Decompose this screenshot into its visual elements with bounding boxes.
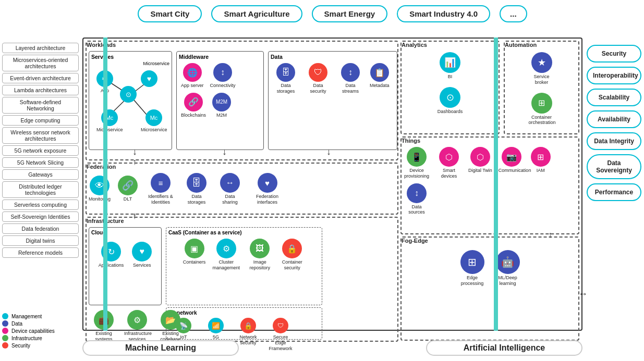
legend-dot-data <box>2 320 8 327</box>
auto-service-broker: ★ Service broker <box>507 52 576 85</box>
legend-dot-security <box>2 342 8 348</box>
left-item-4[interactable]: Software-defined Networking <box>2 97 79 114</box>
tab-smart-industry[interactable]: Smart Industry 4.0 <box>397 5 490 22</box>
left-item-12[interactable]: Self-Sovereign Identities <box>2 211 79 222</box>
left-item-6[interactable]: Wireless sensor network architectures <box>2 127 79 144</box>
top-tabs-container: Smart City Smart Agriculture Smart Energ… <box>83 0 581 26</box>
federation-section: Federation 👁 Monitoring 🔗 DLT ≡ Identifi… <box>86 163 398 215</box>
things-iam-label: IAM <box>537 168 545 173</box>
teal-bar-left <box>103 38 107 331</box>
things-digital-twin-icon: ⬡ <box>470 147 490 167</box>
left-item-14[interactable]: Digital twins <box>2 235 79 246</box>
fiveg-box: 5G network 📡 IoT Gateways 📶 5G capabilit… <box>166 307 322 340</box>
analytics-dashboard: ⊙ Dashboards <box>404 87 496 115</box>
legend-dot-infra <box>2 335 8 341</box>
analytics-label: Analytics <box>402 42 499 48</box>
data-box: Data 🗄 Data storages 🛡 Data security ↕ D… <box>268 51 397 150</box>
right-item-scalability: Scalability <box>587 89 641 106</box>
left-sidebar: Layered architecture Microservices-orien… <box>0 41 81 260</box>
cloud-services: ♥ Services <box>132 242 152 268</box>
fed-sharing-icon: ↔ <box>220 173 240 193</box>
caas-image-icon: 🖼 <box>250 239 270 258</box>
things-data-sources-label: Data sources <box>404 204 430 216</box>
things-communication: 📷 Communication <box>499 147 525 179</box>
data-metadata-icon: 📋 <box>370 63 389 82</box>
things-section: Things 📱 Device provisioning ⬡ Smart dev… <box>400 136 579 234</box>
arrow-workloads-down2: ↓ <box>222 146 227 157</box>
tab-smart-energy[interactable]: Smart Energy <box>312 5 388 22</box>
cloud-services-icon: ♥ <box>132 242 152 262</box>
data-streams-icon: ↕ <box>341 63 360 82</box>
left-item-3[interactable]: Lambda architectures <box>2 85 79 95</box>
infra-services: ⚙ Infrastructure services <box>124 310 150 342</box>
things-smart-devices-icon: ⬡ <box>439 147 459 167</box>
things-data-sources: ↕ Data sources <box>404 183 430 216</box>
ms-br-icon-group: Mc Microservice <box>141 109 167 133</box>
right-item-availability: Availability <box>587 110 641 128</box>
right-item-security: Security <box>587 45 641 63</box>
ms-bl-label: Microservice <box>96 127 123 133</box>
left-item-5[interactable]: Edge computing <box>2 115 79 126</box>
fog-ml-dl-icon: 🤖 <box>496 250 520 274</box>
fed-sharing-label: Data sharing <box>217 194 243 205</box>
arrow-fed-up: ↑ <box>132 157 137 167</box>
things-label: Things <box>402 138 578 144</box>
ms-heart-icon: ♥ <box>141 70 157 87</box>
left-item-11[interactable]: Serverless computing <box>2 200 79 210</box>
left-item-1[interactable]: Microservices-oriented architectures <box>2 55 79 71</box>
fed-data-storages-icon: 🗄 <box>187 173 206 193</box>
left-item-0[interactable]: Layered architecture <box>2 43 79 53</box>
legend: Management Data Device capabilities Infr… <box>2 313 80 350</box>
caas-containers-icon: ▣ <box>185 239 204 258</box>
auto-container-orch-icon: ⊞ <box>531 93 552 114</box>
fiveg-sef-icon: 🛡 <box>273 318 288 333</box>
middleware-box: Middleware 🌐 App server ↕ Connectivity 🔗… <box>176 51 264 150</box>
fog-ml-dl: 🤖 ML/Deep learning <box>495 250 521 287</box>
left-item-13[interactable]: Data federation <box>2 223 79 234</box>
automation-label: Automation <box>505 42 578 48</box>
fog-edge-processing: ⊞ Edge processing <box>459 250 485 287</box>
things-smart-devices-label: Smart devices <box>436 168 462 179</box>
left-item-9[interactable]: Gateways <box>2 169 79 180</box>
legend-label-infra: Infrastructure <box>11 335 42 341</box>
left-item-7[interactable]: 5G network exposure <box>2 145 79 156</box>
left-item-2[interactable]: Event-driven architecture <box>2 73 79 83</box>
ms-center-icon-group: ⊙ <box>120 86 137 104</box>
fiveg-netsec-label: Network security <box>235 334 261 346</box>
data-metadata-label: Metadata <box>370 83 390 89</box>
things-icons: 📱 Device provisioning ⬡ Smart devices ⬡ … <box>402 146 578 216</box>
caas-image: 🖼 Image repository <box>247 239 273 271</box>
mw-connectivity-label: Connectivity <box>210 83 236 89</box>
left-item-8[interactable]: 5G Network Slicing <box>2 157 79 168</box>
legend-label-management: Management <box>11 314 42 319</box>
caas-image-label: Image repository <box>247 259 273 271</box>
workloads-section: Workloads Services Microservice ⚙ App ♥ <box>86 41 398 160</box>
legend-label-device: Device capabilities <box>11 328 55 334</box>
data-security-icon: 🛡 <box>309 63 327 82</box>
fiveg-label: 5G network <box>168 310 320 316</box>
main-area: Workloads Services Microservice ⚙ App ♥ <box>82 38 582 331</box>
data-streams: ↕ Data streams <box>337 63 363 94</box>
caas-security: 🔒 Container security <box>279 239 305 271</box>
tab-smart-city[interactable]: Smart City <box>138 5 202 22</box>
legend-security: Security <box>2 342 80 348</box>
ms-br-icon: Mc <box>145 109 162 126</box>
caas-cluster: ⚙ Cluster management <box>212 239 240 271</box>
caas-cluster-icon: ⚙ <box>216 239 236 258</box>
arrow-workloads-down1: ↓ <box>132 146 137 157</box>
arrow-fog-up: ↕ <box>548 230 552 240</box>
tab-more[interactable]: ... <box>500 5 527 22</box>
fog-edge-icons: ⊞ Edge processing 🤖 ML/Deep learning <box>402 249 578 288</box>
things-communication-icon: 📷 <box>502 147 521 167</box>
automation-icons: ★ Service broker ⊞ Container orchestrati… <box>505 51 578 127</box>
mw-blockchain-icon: 🔗 <box>184 93 203 111</box>
data-security-label: Data security <box>305 83 331 94</box>
left-item-10[interactable]: Distributed ledger technologies <box>2 181 79 198</box>
fed-sharing: ↔ Data sharing <box>217 173 243 205</box>
mw-appserver: 🌐 App server <box>181 63 204 89</box>
left-item-15[interactable]: Reference models <box>2 247 79 258</box>
tab-smart-agriculture[interactable]: Smart Agriculture <box>211 5 302 22</box>
caas-security-icon: 🔒 <box>282 239 302 258</box>
mw-connectivity-icon: ↕ <box>213 63 232 82</box>
right-item-performance: Performance <box>587 183 641 201</box>
